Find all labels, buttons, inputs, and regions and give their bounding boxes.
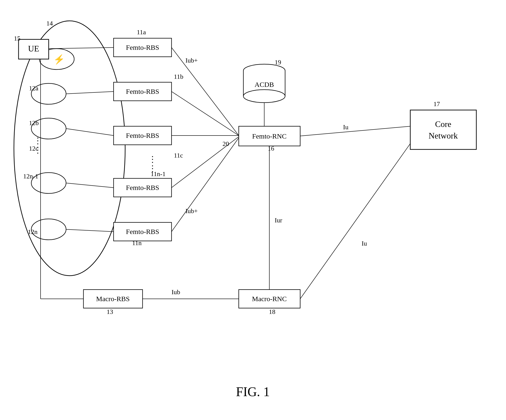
svg-text:⚡: ⚡ bbox=[53, 54, 65, 65]
label-11c: 11c bbox=[174, 152, 183, 159]
label-13: 13 bbox=[107, 308, 113, 315]
diagram: ⚡ UE Femto-RBS Femto-RBS Femto-RBS Femto… bbox=[0, 0, 506, 420]
svg-text:⋮: ⋮ bbox=[148, 155, 157, 164]
label-11n: 11n bbox=[132, 239, 142, 247]
label-iub-plus-top: Iub+ bbox=[186, 57, 198, 64]
svg-text:Femto-RBS: Femto-RBS bbox=[126, 228, 159, 235]
svg-text:Femto-RBS: Femto-RBS bbox=[126, 131, 159, 139]
svg-text:Network: Network bbox=[429, 131, 458, 140]
label-20: 20 bbox=[222, 140, 229, 147]
svg-rect-30 bbox=[410, 110, 476, 149]
label-18: 18 bbox=[269, 308, 275, 315]
label-19: 19 bbox=[275, 59, 281, 66]
svg-text:Femto-RNC: Femto-RNC bbox=[252, 132, 286, 140]
label-12a: 12a bbox=[29, 85, 39, 92]
label-12n: 12n bbox=[28, 228, 38, 235]
network-diagram-svg: ⚡ UE Femto-RBS Femto-RBS Femto-RBS Femto… bbox=[0, 0, 506, 420]
label-iub-plus-bot: Iub+ bbox=[186, 207, 198, 215]
svg-text:ACDB: ACDB bbox=[254, 81, 274, 88]
label-iu-bot: Iu bbox=[362, 240, 367, 247]
label-iu-top: Iu bbox=[343, 124, 348, 131]
svg-text:Core: Core bbox=[435, 119, 451, 129]
label-iub: Iub bbox=[172, 289, 180, 295]
label-12c: 12c bbox=[29, 145, 38, 152]
svg-text:Femto-RBS: Femto-RBS bbox=[126, 88, 159, 95]
label-11a: 11a bbox=[137, 28, 146, 36]
label-11b: 11b bbox=[174, 73, 183, 80]
svg-text:UE: UE bbox=[28, 44, 39, 53]
svg-rect-0 bbox=[0, 0, 506, 420]
label-16: 16 bbox=[268, 145, 274, 152]
fig-label: FIG. 1 bbox=[236, 385, 270, 399]
svg-text:⋮: ⋮ bbox=[33, 136, 42, 145]
label-12n1: 12n-1 bbox=[23, 173, 38, 180]
label-15: 15 bbox=[14, 35, 20, 42]
label-12b: 12b bbox=[29, 119, 39, 126]
svg-point-26 bbox=[243, 90, 285, 103]
svg-text:Femto-RBS: Femto-RBS bbox=[126, 184, 159, 191]
label-iur: Iur bbox=[275, 217, 282, 224]
svg-text:Macro-RNC: Macro-RNC bbox=[252, 295, 287, 302]
label-17: 17 bbox=[433, 100, 440, 107]
label-14: 14 bbox=[46, 20, 53, 27]
svg-text:Femto-RBS: Femto-RBS bbox=[126, 44, 159, 51]
svg-text:Macro-RBS: Macro-RBS bbox=[96, 295, 130, 302]
label-11n1: 11n-1 bbox=[151, 170, 166, 177]
